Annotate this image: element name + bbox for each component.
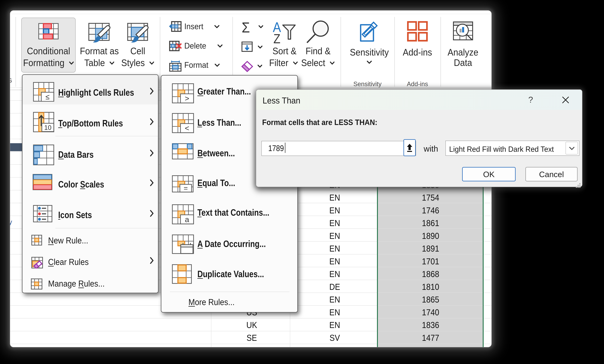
svg-text:≤: ≤ (46, 93, 50, 101)
svg-text:<: < (185, 124, 189, 132)
svg-text:10: 10 (44, 124, 51, 131)
svg-text:>: > (185, 94, 189, 103)
svg-text:=: = (184, 184, 188, 192)
svg-text:a: a (185, 215, 189, 224)
